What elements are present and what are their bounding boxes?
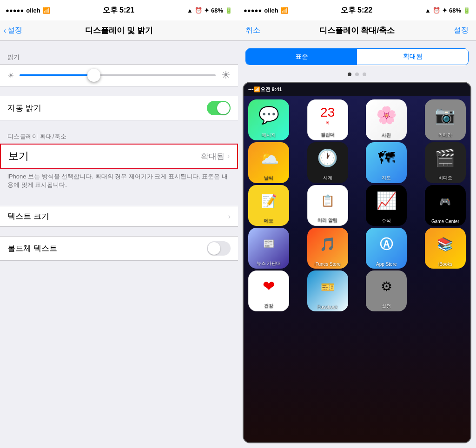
display-zoom-section: 디스플레이 확대/축소 보기 확대됨 › iPhone 보는 방식을 선택합니다… bbox=[0, 130, 238, 197]
weather-label: 날씨 bbox=[248, 174, 289, 183]
app-calendar[interactable]: 23목 캘린더 bbox=[307, 99, 348, 140]
app-weather[interactable]: ⛅ 날씨 bbox=[248, 142, 289, 183]
reminders-label: 미리 알림 bbox=[308, 216, 348, 225]
passbook-label: Passbook bbox=[307, 303, 348, 311]
videos-label: 비디오 bbox=[425, 174, 466, 183]
app-reminders[interactable]: 📋 미리 알림 bbox=[307, 185, 348, 226]
page-dots bbox=[238, 72, 476, 76]
phone-wifi-icon: 📶 bbox=[254, 86, 260, 92]
cancel-button[interactable]: 취소 bbox=[245, 26, 260, 35]
view-row-label: 보기 bbox=[8, 149, 201, 163]
right-battery-icon: 🔋 bbox=[463, 7, 470, 14]
bold-text-row: 볼드체 텍스트 bbox=[0, 236, 238, 261]
app-itunes[interactable]: 🎵 iTunes Store bbox=[307, 228, 348, 269]
bold-text-toggle[interactable] bbox=[207, 241, 231, 256]
brightness-section: 밝기 ☀ ☀ bbox=[0, 50, 238, 86]
calendar-label: 캘린더 bbox=[308, 131, 348, 140]
app-messages[interactable]: 💬 메시지 bbox=[248, 99, 289, 140]
health-icon: ❤ bbox=[249, 271, 289, 302]
wifi-icon: 📶 bbox=[43, 7, 50, 14]
gamecenter-icon: 🎮 bbox=[425, 185, 466, 218]
right-alarm-icon: ⏰ bbox=[433, 7, 440, 14]
settings-label: 설정 bbox=[366, 302, 407, 311]
brightness-slider-track bbox=[20, 74, 216, 76]
app-row-3: 📝 메모 📋 미리 알림 📈 주식 🎮 Game Center bbox=[248, 185, 466, 226]
app-settings[interactable]: ⚙ 설정 bbox=[366, 270, 407, 311]
messages-label: 메시지 bbox=[248, 131, 289, 140]
videos-icon: 🎬 bbox=[425, 142, 466, 174]
text-size-label: 텍스트 크기 bbox=[7, 211, 228, 222]
app-photos[interactable]: 🌸 사진 bbox=[366, 99, 407, 140]
right-nav-bar: 취소 디스플레이 확대/축소 설정 bbox=[238, 20, 476, 41]
brightness-label: 밝기 bbox=[0, 50, 238, 64]
app-appstore[interactable]: Ⓐ App Store bbox=[366, 228, 407, 269]
phone-signal: ••• bbox=[248, 86, 254, 92]
back-chevron-icon: ‹ bbox=[4, 26, 6, 35]
maps-label: 지도 bbox=[366, 174, 407, 183]
notes-label: 메모 bbox=[248, 217, 289, 226]
app-ibooks[interactable]: 📚 iBooks bbox=[425, 228, 466, 269]
brightness-slider-fill bbox=[20, 74, 94, 76]
calendar-icon: 23목 bbox=[308, 100, 348, 131]
app-notes[interactable]: 📝 메모 bbox=[248, 185, 289, 226]
photos-label: 사진 bbox=[366, 131, 407, 140]
newsstand-label: 뉴스 가판대 bbox=[248, 259, 289, 269]
phone-preview: ••• 📶 오전 9:41 💬 메시지 23목 캘린더 🌸 사진 bbox=[243, 82, 471, 443]
right-status-carrier: ●●●●● olleh 📶 bbox=[244, 7, 288, 14]
right-carrier-name: olleh bbox=[264, 7, 278, 14]
app-videos[interactable]: 🎬 비디오 bbox=[425, 142, 466, 183]
view-row-value: 확대됨 bbox=[201, 151, 225, 162]
view-row[interactable]: 보기 확대됨 › bbox=[0, 144, 238, 169]
seg-standard-button[interactable]: 표준 bbox=[246, 49, 357, 65]
signal-dots: ●●●●● bbox=[6, 7, 24, 14]
app-grid: 💬 메시지 23목 캘린더 🌸 사진 📷 카메라 bbox=[244, 96, 470, 442]
back-label: 설정 bbox=[7, 26, 22, 35]
app-camera[interactable]: 📷 카메라 bbox=[425, 99, 466, 140]
right-battery-pct: 68% bbox=[449, 7, 461, 14]
sun-small-icon: ☀ bbox=[7, 71, 14, 80]
app-gamecenter[interactable]: 🎮 Game Center bbox=[425, 185, 466, 226]
app-passbook[interactable]: 🎫 Passbook bbox=[307, 270, 348, 311]
right-signal-dots: ●●●●● bbox=[244, 7, 262, 14]
right-time: 오후 5:22 bbox=[341, 6, 372, 15]
settings-button[interactable]: 설정 bbox=[454, 26, 469, 35]
right-nav-title: 디스플레이 확대/축소 bbox=[319, 25, 395, 36]
dot-3 bbox=[363, 72, 366, 76]
text-size-chevron-icon: › bbox=[228, 212, 231, 221]
seg-zoomed-button[interactable]: 확대됨 bbox=[357, 49, 468, 65]
right-panel: ●●●●● olleh 📶 오후 5:22 ▲ ⏰ ✦ 68% 🔋 취소 디스플… bbox=[238, 0, 476, 448]
appstore-icon: Ⓐ bbox=[366, 228, 407, 261]
auto-brightness-label: 자동 밝기 bbox=[7, 103, 207, 113]
alarm-icon: ⏰ bbox=[195, 7, 202, 14]
brightness-slider-thumb[interactable] bbox=[87, 69, 100, 82]
photos-icon: 🌸 bbox=[366, 99, 407, 131]
bluetooth-icon: ✦ bbox=[204, 7, 209, 14]
sun-large-icon: ☀ bbox=[221, 69, 231, 81]
clock-icon: 🕐 bbox=[307, 142, 348, 174]
app-health[interactable]: ❤ 건강 bbox=[248, 270, 289, 311]
app-maps[interactable]: 🗺 지도 bbox=[366, 142, 407, 183]
app-newsstand[interactable]: 📰 뉴스 가판대 bbox=[248, 228, 289, 269]
app-stocks[interactable]: 📈 주식 bbox=[366, 185, 407, 226]
app-clock[interactable]: 🕐 시계 bbox=[307, 142, 348, 183]
toggle-knob bbox=[217, 102, 230, 114]
itunes-icon: 🎵 bbox=[307, 228, 348, 261]
back-button[interactable]: ‹ 설정 bbox=[4, 26, 22, 35]
bold-text-label: 볼드체 텍스트 bbox=[7, 243, 207, 254]
app-row-5: ❤ 건강 🎫 Passbook ⚙ 설정 bbox=[248, 270, 466, 311]
left-status-carrier: ●●●●● olleh 📶 bbox=[6, 7, 50, 14]
right-bluetooth-icon: ✦ bbox=[442, 7, 447, 14]
auto-brightness-toggle[interactable] bbox=[207, 101, 231, 115]
display-section-label: 디스플레이 확대/축소 bbox=[0, 130, 238, 144]
health-label: 건강 bbox=[249, 302, 289, 311]
camera-label: 카메라 bbox=[425, 131, 466, 140]
app-row-1: 💬 메시지 23목 캘린더 🌸 사진 📷 카메라 bbox=[248, 99, 466, 140]
text-size-row[interactable]: 텍스트 크기 › bbox=[0, 206, 238, 227]
left-nav-title: 디스플레이 및 밝기 bbox=[85, 25, 152, 36]
bold-toggle-knob bbox=[208, 242, 220, 255]
dot-2 bbox=[355, 72, 359, 76]
left-time: 오후 5:21 bbox=[103, 6, 134, 15]
segmented-control: 표준 확대됨 bbox=[245, 48, 469, 65]
app-row-4: 📰 뉴스 가판대 🎵 iTunes Store Ⓐ App Store 📚 iB… bbox=[248, 228, 466, 269]
battery-pct: 68% bbox=[211, 7, 223, 14]
